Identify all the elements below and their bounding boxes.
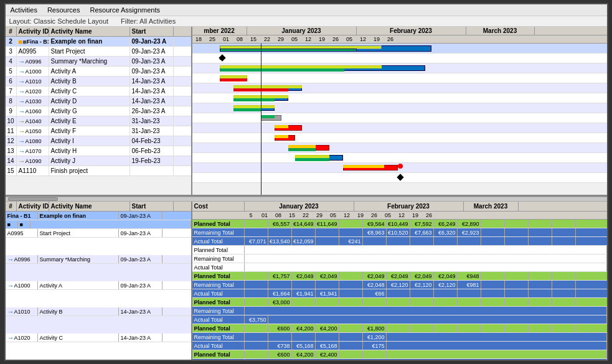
table-row[interactable]: 13 → A1070 Activity H 06-Feb-23 — [6, 146, 191, 156]
top-section: Layout: Classic Schedule Layout Filter: … — [6, 16, 607, 197]
menu-bar: Activities Resources Resource Assignment… — [6, 4, 607, 16]
cost-planned-row: Planned Total €1,757 €2,049 €2,049 €2,04… — [192, 272, 607, 281]
gantt-row — [192, 63, 607, 73]
top-pane: # Activity ID Activity Name Start 2 ■■ F… — [6, 27, 607, 195]
gantt-row — [192, 133, 607, 143]
gantt-row — [192, 93, 607, 103]
menu-activities[interactable]: Activities — [11, 6, 37, 14]
col-start: Start — [130, 27, 174, 36]
cost-remaining-row: Remaining Total — [192, 254, 607, 263]
cost-planned-row: Planned Total €600 €4,200 €2,400 — [192, 350, 607, 359]
cost-remaining-row: Remaining Total — [192, 359, 607, 360]
gantt-row — [192, 44, 607, 54]
menu-resources[interactable]: Resources — [47, 6, 80, 14]
gantt-weeks: 18 25 01 08 15 22 29 05 12 19 26 05 12 1… — [192, 35, 607, 43]
cost-data-body: Planned Total €6,557 €14,649 €11,649 €9,… — [192, 220, 607, 360]
gantt-row — [192, 103, 607, 113]
cost-row[interactable]: → A1000 Activity A 09-Jan-23 A — [6, 281, 191, 290]
cost-planned-row: Planned Total — [192, 246, 607, 254]
bottom-right-pane: Cost January 2023 February 2023 March 20… — [192, 202, 607, 360]
table-row[interactable]: 10 → A1040 Activity E 31-Jan-23 — [6, 116, 191, 126]
bottom-left-pane: # Activity ID Activity Name Start Fina -… — [6, 202, 192, 360]
table-row[interactable]: 8 → A1030 Activity D 14-Jan-23 A — [6, 96, 191, 106]
gantt-row — [192, 123, 607, 133]
bottom-pane: # Activity ID Activity Name Start Fina -… — [6, 202, 607, 360]
col-id: Activity ID — [17, 27, 49, 36]
cost-actual-row: Actual Total €738 €5,168 €5,168 €175 — [192, 342, 607, 350]
table-row[interactable]: 9 → A1060 Activity G 26-Jan-23 A — [6, 106, 191, 116]
gantt-row — [192, 54, 607, 63]
gantt-row — [192, 153, 607, 163]
table-row[interactable]: 7 → A1020 Activity C 14-Jan-23 A — [6, 86, 191, 96]
divider-scrollbar[interactable] — [6, 197, 607, 202]
filter-label: Filter: All Activities — [121, 17, 176, 25]
col-num: # — [6, 27, 17, 36]
cost-remaining-row: Remaining Total — [192, 307, 607, 315]
cost-row-group[interactable]: Fina - B1 Example on finan 09-Jan-23 A — [6, 212, 191, 220]
table-row[interactable]: 4 → A0996 Summary *Marching 09-Jan-23 A — [6, 57, 191, 67]
table-row[interactable]: 5 → A1000 Activity A 09-Jan-23 A — [6, 67, 191, 77]
cost-actual-row: Actual Total — [192, 263, 607, 272]
top-table-body: 2 ■■ Fina - B1 Example on finan 09-Jan-2… — [6, 37, 191, 195]
bottom-left-body: Fina - B1 Example on finan 09-Jan-23 A ■… — [6, 212, 191, 360]
app-window: Activities Resources Resource Assignment… — [4, 3, 608, 361]
cost-row[interactable]: → A0996 Summary *Marching 09-Jan-23 A — [6, 255, 191, 264]
gantt-header: mber 2022 January 2023 February 2023 Mar… — [192, 27, 607, 44]
table-row[interactable]: 3 A0995 Start Project 09-Jan-23 A — [6, 47, 191, 57]
cost-row-icon: ■ ■ — [6, 220, 191, 229]
cost-planned-row: Planned Total €3,000 — [192, 298, 607, 307]
layout-label: Layout: Classic Schedule Layout — [9, 17, 109, 25]
cost-actual-row: Actual Total €3,750 — [192, 315, 607, 324]
cost-row[interactable]: A0995 Start Project 09-Jan-23 A — [6, 229, 191, 238]
table-row[interactable]: 2 ■■ Fina - B1 Example on finan 09-Jan-2… — [6, 37, 191, 47]
table-row[interactable]: 11 → A1050 Activity F 31-Jan-23 — [6, 126, 191, 136]
table-row[interactable]: 6 → A1010 Activity B 14-Jan-23 A — [6, 77, 191, 86]
top-left-pane: # Activity ID Activity Name Start 2 ■■ F… — [6, 27, 192, 195]
gantt-row — [192, 113, 607, 123]
cost-row[interactable]: → A1010 Activity B 14-Jan-23 A — [6, 307, 191, 316]
bottom-col-header: # Activity ID Activity Name Start — [6, 202, 191, 212]
col-name: Activity Name — [49, 27, 130, 36]
cost-remaining-row: Remaining Total €1,200 — [192, 333, 607, 342]
gantt-row — [192, 73, 607, 83]
filter-bar: Layout: Classic Schedule Layout Filter: … — [6, 16, 607, 27]
gantt-row — [192, 83, 607, 93]
gantt-body — [192, 44, 607, 195]
cost-col-header: Cost January 2023 February 2023 March 20… — [192, 202, 607, 220]
cost-actual-row: Actual Total €1,664 €1,941 €1,941 €66 — [192, 289, 607, 298]
gantt-row — [192, 143, 607, 153]
cost-remaining-row: Remaining Total €2,048 €2,120 €2,120 €2,… — [192, 281, 607, 289]
table-row[interactable]: 12 → A1080 Activity I 04-Feb-23 — [6, 136, 191, 146]
table-row[interactable]: 14 → A1090 Activity J 19-Feb-23 — [6, 156, 191, 166]
gantt-row — [192, 173, 607, 183]
cost-actual-row: Actual Total €7,071 €13,540 €12,059 €241 — [192, 237, 607, 246]
gantt-row — [192, 163, 607, 173]
menu-resource-assignments[interactable]: Resource Assignments — [90, 6, 160, 14]
cost-planned-row: Planned Total €6,557 €14,649 €11,649 €9,… — [192, 220, 607, 228]
cost-planned-row: Planned Total €600 €4,200 €4,200 €1,800 — [192, 324, 607, 333]
gantt-months: mber 2022 January 2023 February 2023 Mar… — [192, 27, 607, 35]
table-row[interactable]: 15 A1110 Finish project — [6, 166, 191, 176]
bottom-section: # Activity ID Activity Name Start Fina -… — [6, 202, 607, 360]
cost-row[interactable]: → A1020 Activity C 14-Jan-23 A — [6, 334, 191, 342]
gantt-pane: mber 2022 January 2023 February 2023 Mar… — [192, 27, 607, 195]
cost-remaining-row: Remaining Total €8,963 €10,520 €7,663 €6… — [192, 228, 607, 237]
top-col-header: # Activity ID Activity Name Start — [6, 27, 191, 37]
